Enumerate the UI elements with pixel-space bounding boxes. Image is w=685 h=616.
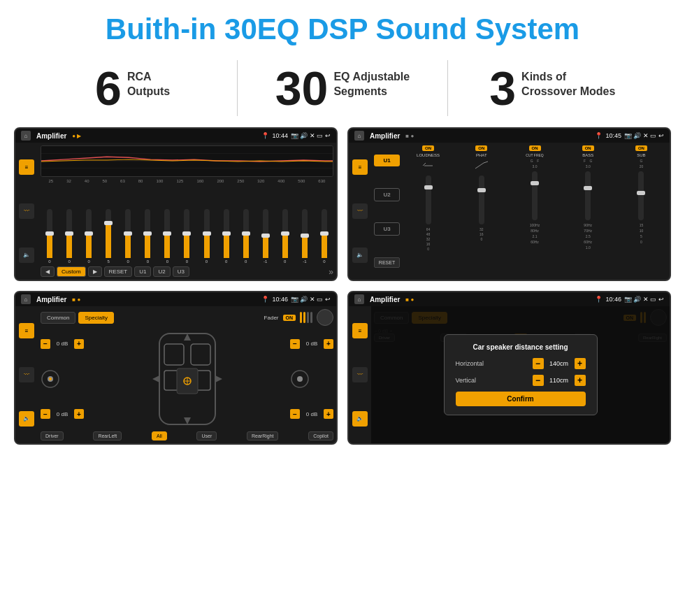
dot-icon-2: ■ ●: [405, 133, 414, 139]
rr-val: 0 dB: [302, 411, 322, 417]
icons-1: 📷 🔊 ✕ ▭ ↩: [291, 132, 331, 139]
u3-preset[interactable]: U3: [374, 222, 400, 236]
svg-line-5: [423, 163, 426, 166]
tab-common[interactable]: Common: [41, 312, 75, 324]
eq-graph: [41, 145, 333, 177]
reset-btn[interactable]: RESET: [104, 266, 133, 277]
home-icon-1[interactable]: ⌂: [21, 131, 31, 141]
wave-icon-1[interactable]: 〰: [19, 203, 34, 219]
rl-plus[interactable]: +: [74, 409, 84, 419]
app-title-3: Amplifier: [36, 296, 66, 303]
ch-sub: ON SUB G 20 15 10 5 0: [616, 145, 667, 277]
svg-marker-21: [215, 375, 222, 382]
u3-btn[interactable]: U3: [173, 266, 189, 277]
icons-4: 📷 🔊 ✕ ▭ ↩: [624, 296, 664, 303]
wave-icon-2[interactable]: 〰: [352, 203, 368, 219]
u1-btn[interactable]: U1: [134, 266, 151, 277]
sidebar-2: ≡ 〰 🔈: [349, 143, 371, 280]
home-icon-3[interactable]: ⌂: [21, 294, 31, 304]
eq-icon-2[interactable]: ≡: [352, 159, 368, 175]
time-1: 10:44: [272, 132, 288, 139]
app-title-1: Amplifier: [36, 132, 66, 140]
sidebar-4: ≡ 〰 🔈: [349, 306, 371, 443]
rearleft-btn[interactable]: RearLeft: [93, 431, 122, 440]
speaker-icon-3[interactable]: 🔈: [19, 411, 34, 427]
stat-text-rca: RCAOutputs: [127, 70, 170, 99]
eq-icon-1[interactable]: ≡: [19, 159, 34, 175]
speaker-icon-2[interactable]: 🔈: [352, 248, 368, 263]
stats-row: 6 RCAOutputs 30 EQ AdjustableSegments 3 …: [0, 53, 685, 123]
horizontal-minus[interactable]: −: [533, 358, 544, 369]
horizontal-plus[interactable]: +: [575, 358, 586, 369]
user-btn[interactable]: User: [196, 431, 217, 440]
eq-icon-3[interactable]: ≡: [19, 323, 34, 338]
u2-btn[interactable]: U2: [153, 266, 170, 277]
speaker-icon-4[interactable]: 🔈: [352, 411, 368, 427]
stat-number-6: 6: [95, 64, 122, 112]
wave-icon-3[interactable]: 〰: [19, 367, 34, 382]
status-bar-2: ⌂ Amplifier ■ ● 📍 10:45 📷 🔊 ✕ ▭ ↩: [349, 129, 670, 143]
icons-2: 📷 🔊 ✕ ▭ ↩: [624, 132, 664, 139]
home-icon-2[interactable]: ⌂: [354, 131, 364, 141]
dot-icon-1: ● ▶: [72, 133, 81, 139]
page-title: Buith-in 30EQ DSP Sound System: [0, 13, 685, 46]
app-title-4: Amplifier: [370, 296, 400, 303]
fl-minus[interactable]: −: [41, 339, 50, 349]
stat-text-eq: EQ AdjustableSegments: [333, 70, 410, 99]
all-btn[interactable]: All: [152, 431, 167, 440]
stat-divider-1: [237, 60, 238, 116]
avatar-icon: [317, 309, 333, 326]
screen-speaker: ⌂ Amplifier ■ ● 📍 10:46 📷 🔊 ✕ ▭ ↩ ≡ 〰 🔈 …: [14, 291, 338, 445]
time-4: 10:46: [605, 296, 621, 303]
dot-icon-3: ■ ●: [72, 296, 80, 303]
u2-preset[interactable]: U2: [374, 188, 400, 201]
dot-icon-4: ■ ●: [405, 296, 414, 303]
icons-3: 📷 🔊 ✕ ▭ ↩: [291, 296, 331, 303]
ch-bass: ON BASS F G 3.0 90Hz 70Hz 2.5 60Hz 1.0: [563, 145, 614, 277]
fr-minus[interactable]: −: [290, 339, 300, 349]
rr-plus[interactable]: +: [324, 409, 333, 419]
svg-point-23: [297, 376, 303, 382]
stat-number-30: 30: [275, 64, 329, 112]
horizontal-value: 140cm: [547, 360, 572, 367]
screens-grid: ⌂ Amplifier ● ▶ 📍 10:44 📷 🔊 ✕ ▭ ↩ ≡ 〰 🔈: [0, 123, 685, 452]
rearright-btn[interactable]: RearRight: [247, 431, 279, 440]
location-icon-4: 📍: [595, 296, 603, 303]
status-bar-1: ⌂ Amplifier ● ▶ 📍 10:44 📷 🔊 ✕ ▭ ↩: [15, 129, 336, 143]
rr-minus[interactable]: −: [290, 409, 300, 419]
speaker-icon-1[interactable]: 🔈: [19, 248, 34, 263]
fr-plus[interactable]: +: [324, 339, 333, 349]
expand-icon-1: »: [329, 267, 333, 277]
fader-on-badge: ON: [283, 315, 296, 321]
prev-btn[interactable]: ◀: [41, 266, 55, 277]
vertical-value: 110cm: [547, 377, 572, 384]
header-section: Buith-in 30EQ DSP Sound System: [0, 0, 685, 53]
u1-preset[interactable]: U1: [374, 155, 400, 166]
vertical-label: Vertical: [456, 377, 477, 384]
confirm-button[interactable]: Confirm: [456, 392, 586, 406]
status-bar-4: ⌂ Amplifier ■ ● 📍 10:46 📷 🔊 ✕ ▭ ↩: [349, 292, 670, 306]
fl-val: 0 dB: [52, 341, 72, 347]
driver-btn[interactable]: Driver: [41, 431, 64, 440]
sidebar-1: ≡ 〰 🔈: [15, 143, 38, 280]
stat-text-crossover: Kinds ofCrossover Modes: [521, 70, 615, 99]
dialog-horizontal-row: Horizontal − 140cm +: [456, 358, 586, 369]
svg-marker-18: [184, 334, 191, 341]
svg-rect-11: [191, 344, 210, 365]
eq-sliders-row: 0 0 0 5 0 0 0 0 0 0 0 -1 0 -1 0: [41, 183, 333, 265]
sidebar-3: ≡ 〰 🔈: [15, 306, 38, 443]
eq-icon-4[interactable]: ≡: [352, 323, 368, 338]
play-btn[interactable]: ▶: [88, 266, 102, 277]
fl-plus[interactable]: +: [74, 339, 84, 349]
home-icon-4[interactable]: ⌂: [354, 294, 364, 304]
rl-minus[interactable]: −: [41, 409, 50, 419]
tab-specialty[interactable]: Specialty: [78, 312, 113, 324]
vertical-minus[interactable]: −: [533, 375, 544, 386]
custom-btn[interactable]: Custom: [57, 266, 86, 277]
vertical-plus[interactable]: +: [575, 375, 586, 386]
ch-loudness: ON LOUDNESS 64 48 32 16 0: [403, 145, 454, 277]
reset-cross-btn[interactable]: RESET: [374, 257, 400, 268]
wave-icon-4[interactable]: 〰: [352, 367, 368, 382]
svg-point-8: [49, 378, 52, 380]
copilot-btn[interactable]: Copilot: [308, 431, 333, 440]
